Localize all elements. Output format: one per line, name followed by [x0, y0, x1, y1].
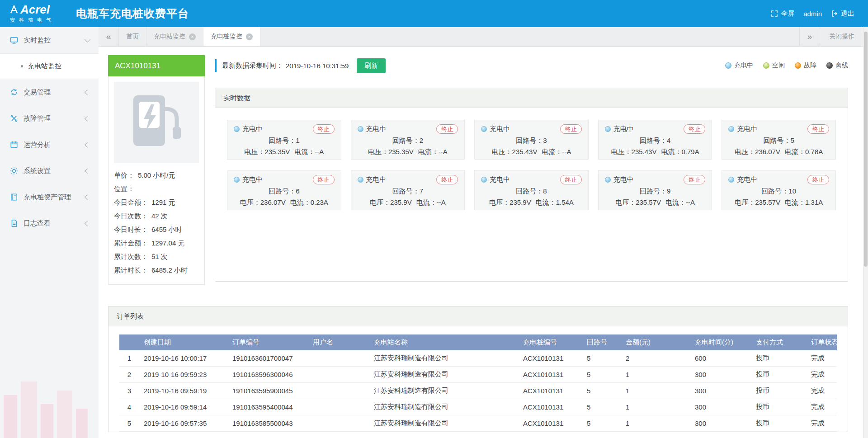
assets-book-icon [10, 193, 18, 201]
current-label: 电流： [294, 148, 315, 155]
chevron-left-icon [85, 194, 90, 200]
app-root: { "app": { "logo_text": "Acrel", "logo_s… [0, 0, 868, 438]
refresh-button[interactable]: 刷新 [357, 58, 386, 73]
circuit-no-value: 8 [543, 187, 547, 195]
current-value: 1.54A [556, 198, 574, 206]
charging-dot-icon [358, 126, 363, 132]
current-value: 1.31A [805, 198, 823, 206]
acrel-logo-icon [10, 5, 18, 14]
voltage-value: 235.9V [509, 198, 531, 206]
sidebar-item-settings[interactable]: 系统设置 [0, 158, 99, 184]
close-operations-button[interactable]: 关闭操作 [820, 27, 863, 46]
col-station-name: 充电站名称 [369, 334, 519, 350]
tab-close-icon[interactable]: × [246, 33, 253, 40]
terminate-button[interactable]: 终止 [684, 124, 705, 134]
device-id: ACX1010131 [108, 55, 205, 76]
tabs-forward-icon[interactable]: » [799, 27, 820, 46]
voltage-label: 电压： [244, 148, 264, 155]
voltage-label: 电压： [735, 198, 755, 206]
circuit-no-label: 回路号： [392, 137, 420, 144]
voltage-value: 235.43V [512, 148, 538, 155]
terminate-button[interactable]: 终止 [560, 124, 582, 134]
sidebar-item-assets[interactable]: 充电桩资产管理 [0, 184, 99, 210]
sidebar-item-realtime-monitor[interactable]: 实时监控 [0, 27, 99, 53]
stat-today-count: 今日次数：42 次 [114, 209, 199, 223]
sidebar-item-analysis[interactable]: 运营分析 [0, 132, 99, 158]
settings-gear-icon [10, 167, 18, 175]
voltage-label: 电压： [368, 148, 388, 155]
app-header: Acrel 安科瑞电气 电瓶车充电桩收费平台 全屏 admin 退出 [0, 0, 868, 27]
sidebar-item-charging-station-monitor[interactable]: 充电站监控 [0, 54, 99, 79]
chevron-left-icon [85, 142, 90, 148]
circuit-no-label: 回路号： [640, 137, 667, 144]
sidebar-item-faults[interactable]: 故障管理 [0, 105, 99, 132]
stat-today-amount: 今日金额：1291 元 [114, 196, 199, 209]
orders-header-row: 创建日期 订单编号 用户名 充电站名称 充电桩编号 回路号 金额(元) 充电时间… [119, 334, 837, 350]
voltage-value: 236.07V [260, 198, 286, 206]
current-label: 电流： [536, 198, 556, 206]
stat-unit-price: 单价：5.00 小时/元 [114, 169, 199, 182]
terminate-button[interactable]: 终止 [807, 124, 829, 134]
sidebar-item-label: 交易管理 [24, 88, 85, 97]
legend-offline: 离线 [826, 61, 848, 70]
terminate-button[interactable]: 终止 [436, 124, 458, 134]
sidebar-item-label: 实时监控 [24, 36, 85, 45]
voltage-label: 电压： [489, 198, 509, 206]
order-row: 3 2019-10-16 09:59:19 1910163595900045 江… [119, 383, 837, 399]
current-label: 电流： [785, 198, 805, 206]
terminate-button[interactable]: 终止 [436, 175, 458, 184]
circuit-card-9: 充电中终止 回路号：9 电压：235.57V电流：--A [598, 170, 712, 210]
col-create-date: 创建日期 [139, 334, 228, 350]
idle-dot-icon [763, 62, 769, 69]
sidebar-item-transactions[interactable]: 交易管理 [0, 79, 99, 105]
logo-subtext: 安科瑞电气 [10, 17, 69, 24]
circuit-card-5: 充电中终止 回路号：5 电压：236.07V电流：0.78A [722, 120, 836, 160]
sidebar-subitem-label: 充电站监控 [28, 62, 61, 71]
tab-pile-monitor[interactable]: 充电桩监控 × [203, 27, 260, 46]
tab-station-monitor[interactable]: 充电站监控 × [146, 27, 203, 46]
tab-close-icon[interactable]: × [189, 33, 196, 40]
sidebar-item-label: 运营分析 [24, 141, 85, 149]
logout-label: 退出 [841, 9, 854, 18]
offline-dot-icon [826, 62, 833, 69]
circuit-card-1: 充电中终止 回路号：1 电压：235.35V电流：--A [227, 120, 341, 160]
main-content: ACX1010131 单价：5.00 [99, 46, 863, 438]
tab-home[interactable]: 首页 [119, 27, 146, 46]
circuit-no-value: 10 [788, 187, 796, 195]
scrollbar-thumb[interactable] [864, 32, 868, 267]
terminate-button[interactable]: 终止 [684, 175, 705, 184]
stat-total-count: 累计次数：51 次 [114, 250, 199, 264]
col-index [119, 334, 139, 350]
circuit-no-value: 6 [296, 187, 299, 195]
collect-time-label: 最新数据采集时间： [222, 61, 283, 70]
orders-table: 创建日期 订单编号 用户名 充电站名称 充电桩编号 回路号 金额(元) 充电时间… [119, 334, 837, 432]
fullscreen-button[interactable]: 全屏 [771, 9, 794, 18]
terminate-button[interactable]: 终止 [313, 124, 335, 134]
tabbar-spacer [260, 27, 799, 46]
col-pile-no: 充电桩编号 [519, 334, 582, 350]
current-value: --A [686, 198, 695, 206]
sidebar-item-label: 充电桩资产管理 [24, 193, 85, 202]
fault-dot-icon [795, 62, 801, 69]
vertical-scrollbar[interactable] [863, 27, 868, 438]
tabs-back-icon[interactable]: « [99, 27, 119, 46]
status-legend: 充电中 空闲 故障 离线 [725, 61, 848, 70]
charging-dot-icon [234, 126, 240, 132]
logout-button[interactable]: 退出 [831, 9, 854, 18]
chevron-left-icon [85, 89, 90, 95]
terminate-button[interactable]: 终止 [313, 175, 335, 184]
sidebar-item-logs[interactable]: 日志查看 [0, 210, 99, 236]
city-skyline-decoration [0, 370, 108, 438]
terminate-button[interactable]: 终止 [560, 175, 582, 184]
voltage-value: 235.35V [388, 148, 414, 155]
user-menu[interactable]: admin [803, 10, 822, 18]
circuit-no-value: 5 [791, 137, 794, 144]
monitor-area: 最新数据采集时间： 2019-10-16 10:31:59 刷新 充电中 空闲 … [215, 55, 848, 285]
legend-idle: 空闲 [763, 61, 785, 70]
voltage-label: 电压： [611, 148, 632, 155]
terminate-button[interactable]: 终止 [807, 175, 829, 184]
sidebar-item-label: 系统设置 [24, 167, 85, 175]
current-value: --A [315, 148, 324, 155]
circuit-no-label: 回路号： [516, 187, 543, 195]
username: admin [803, 10, 822, 18]
